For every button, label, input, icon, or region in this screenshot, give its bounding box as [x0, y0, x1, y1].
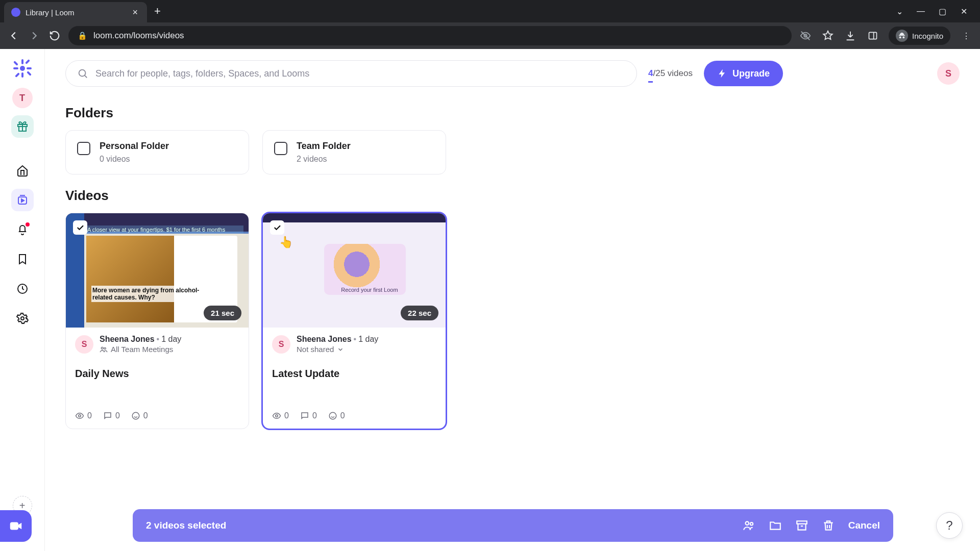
nav-forward-icon[interactable]: [28, 29, 41, 42]
video-select-checkbox[interactable]: [73, 220, 87, 235]
archive-icon[interactable]: [795, 519, 808, 532]
folder-card[interactable]: Personal Folder 0 videos: [65, 130, 249, 174]
views-stat: 0: [272, 411, 289, 420]
reactions-stat: 0: [328, 411, 345, 420]
library-icon[interactable]: [11, 189, 34, 211]
share-users-icon[interactable]: [742, 519, 755, 532]
loom-favicon: [11, 8, 20, 17]
video-title: Latest Update: [272, 368, 436, 380]
svg-point-29: [132, 412, 139, 419]
eye-icon: [75, 411, 84, 420]
svg-point-33: [745, 521, 749, 524]
search-icon: [77, 68, 88, 79]
svg-rect-19: [15, 72, 20, 78]
window-maximize-icon[interactable]: ▢: [937, 7, 947, 16]
gift-icon[interactable]: [11, 115, 34, 138]
svg-rect-6: [18, 13, 20, 15]
folder-card[interactable]: Team Folder 2 videos: [262, 130, 446, 174]
svg-rect-13: [21, 72, 23, 78]
comment-icon: [300, 411, 309, 420]
svg-rect-16: [13, 61, 18, 66]
svg-point-31: [329, 412, 336, 419]
video-meta: Sheena Jones•1 day: [297, 335, 378, 344]
bolt-icon: [717, 68, 727, 79]
search-input[interactable]: Search for people, tags, folders, Spaces…: [65, 60, 637, 87]
svg-rect-18: [25, 59, 30, 64]
record-fab[interactable]: [0, 510, 32, 542]
home-icon[interactable]: [11, 159, 34, 182]
video-card[interactable]: A closer view at your fingertips. $1 for…: [65, 213, 249, 429]
upgrade-button[interactable]: Upgrade: [704, 61, 783, 86]
svg-rect-1: [15, 8, 16, 11]
video-card[interactable]: Record your first Loom 👆 22 sec S Sheena…: [262, 213, 446, 429]
panel-icon[interactable]: [866, 29, 879, 42]
nav-back-icon[interactable]: [7, 29, 20, 42]
address-bar-actions: Incognito ⋮: [799, 27, 973, 45]
tab-title: Library | Loom: [26, 8, 125, 17]
svg-point-25: [79, 70, 86, 77]
video-thumbnail[interactable]: A closer view at your fingertips. $1 for…: [66, 213, 249, 328]
video-meta: Sheena Jones•1 day: [100, 335, 181, 344]
browser-menu-icon[interactable]: ⋮: [960, 29, 973, 42]
selection-toolbar: 2 videos selected Cancel: [133, 509, 893, 542]
svg-rect-14: [13, 67, 18, 69]
window-controls: ⌄ — ▢ ✕: [894, 7, 976, 16]
chevron-down-icon: [337, 346, 344, 353]
people-icon: [100, 345, 108, 354]
bookmark-icon[interactable]: [11, 248, 34, 270]
folder-name: Personal Folder: [100, 141, 169, 152]
browser-tab[interactable]: Library | Loom ×: [4, 2, 147, 22]
workspace-avatar[interactable]: T: [12, 88, 33, 108]
upgrade-label: Upgrade: [732, 68, 770, 79]
bookmark-star-icon[interactable]: [821, 29, 835, 42]
svg-rect-8: [13, 14, 15, 16]
downloads-icon[interactable]: [844, 29, 857, 42]
duration-badge: 22 sec: [401, 306, 438, 320]
videos-heading: Videos: [65, 188, 960, 204]
video-quota[interactable]: 4/25 videos: [648, 68, 693, 79]
svg-rect-17: [27, 71, 32, 76]
svg-point-26: [101, 347, 103, 349]
svg-point-28: [79, 415, 81, 417]
video-select-checkbox[interactable]: [270, 220, 284, 235]
views-stat: 0: [75, 411, 92, 420]
folders-heading: Folders: [65, 105, 960, 121]
folder-checkbox[interactable]: [77, 142, 90, 155]
history-icon[interactable]: [11, 278, 34, 300]
svg-rect-5: [12, 9, 14, 11]
user-avatar[interactable]: S: [937, 62, 960, 85]
help-button[interactable]: ?: [936, 512, 963, 539]
browser-chrome: Library | Loom × + ⌄ — ▢ ✕ 🔒 loom.com/lo…: [0, 0, 980, 49]
delete-icon[interactable]: [822, 519, 835, 532]
search-placeholder: Search for people, tags, folders, Spaces…: [95, 68, 309, 79]
window-minimize-icon[interactable]: —: [916, 7, 926, 16]
author-avatar[interactable]: S: [75, 335, 93, 354]
url-input[interactable]: 🔒 loom.com/looms/videos: [68, 26, 792, 45]
svg-point-11: [20, 66, 25, 71]
url-text: loom.com/looms/videos: [93, 31, 184, 41]
reactions-stat: 0: [131, 411, 148, 420]
share-status[interactable]: Not shared: [297, 345, 378, 354]
loom-logo[interactable]: [12, 58, 33, 79]
settings-icon[interactable]: [11, 307, 34, 330]
svg-rect-12: [21, 59, 23, 64]
videos-list: A closer view at your fingertips. $1 for…: [65, 213, 960, 429]
eye-off-icon[interactable]: [799, 29, 812, 42]
notifications-icon[interactable]: [11, 218, 34, 241]
tab-overflow-icon[interactable]: ⌄: [894, 7, 904, 16]
video-thumbnail[interactable]: Record your first Loom 👆 22 sec: [263, 213, 446, 328]
comment-icon: [103, 411, 112, 420]
move-folder-icon[interactable]: [769, 519, 782, 532]
author-avatar[interactable]: S: [272, 335, 290, 354]
nav-reload-icon[interactable]: [48, 29, 61, 42]
tab-close-icon[interactable]: ×: [130, 6, 140, 19]
svg-point-0: [15, 11, 17, 14]
window-close-icon[interactable]: ✕: [959, 7, 969, 16]
share-status[interactable]: All Team Meetings: [100, 345, 181, 354]
duration-badge: 21 sec: [204, 306, 241, 320]
incognito-indicator[interactable]: Incognito: [889, 27, 950, 45]
video-stats: 0 0 0: [272, 411, 436, 420]
folder-checkbox[interactable]: [274, 142, 287, 155]
cancel-selection-button[interactable]: Cancel: [848, 520, 880, 531]
new-tab-button[interactable]: +: [154, 5, 161, 18]
